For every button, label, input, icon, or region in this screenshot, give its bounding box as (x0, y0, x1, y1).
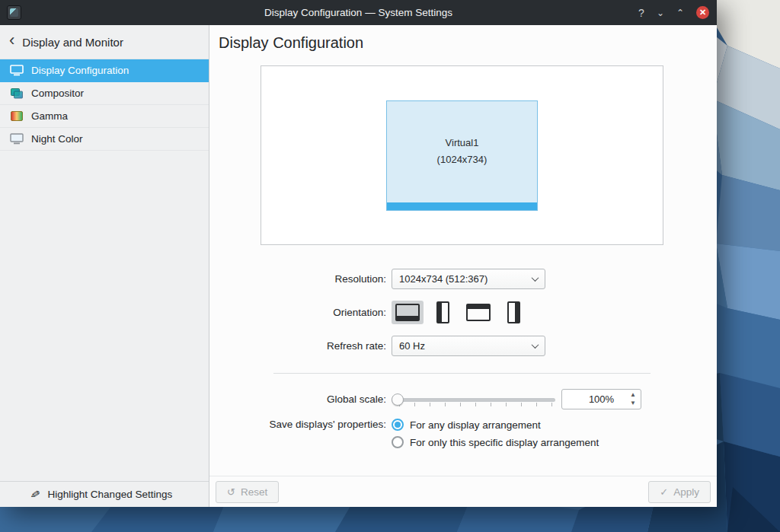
monitor-virtual1[interactable]: Virtual1 (1024x734) (386, 100, 538, 211)
form-divider (273, 373, 651, 374)
sidebar-item-label: Night Color (31, 133, 83, 145)
maximize-button[interactable]: ⌃ (676, 8, 684, 18)
spinbox-arrows: ▲ ▼ (630, 390, 636, 407)
gamma-icon (9, 110, 24, 123)
sidebar: ‹ Display and Monitor Display Configurat… (0, 25, 209, 507)
sidebar-item-gamma[interactable]: Gamma (0, 105, 209, 128)
pen-icon: ✎ (30, 487, 42, 502)
global-scale-spinbox[interactable]: 100% ▲ ▼ (561, 389, 641, 409)
radio-button-unchecked[interactable] (392, 436, 404, 448)
monitor-resolution: (1024x734) (437, 154, 488, 165)
window-title: Display Configuration — System Settings (0, 7, 717, 18)
refresh-rate-value: 60 Hz (399, 340, 425, 352)
close-icon: ✕ (699, 8, 706, 18)
orientation-label: Orientation: (209, 307, 392, 318)
save-properties-row: Save displays' properties: For any displ… (209, 419, 717, 448)
apply-icon: ✓ (660, 486, 668, 498)
action-bar: ↺ Reset ✓ Apply (209, 476, 717, 507)
spin-up-icon[interactable]: ▲ (630, 390, 636, 399)
sidebar-item-label: Display Configuration (31, 65, 129, 76)
slider-ticks (399, 403, 552, 406)
radio-button-checked[interactable] (392, 419, 404, 431)
sidebar-list: Display Configuration Compositor (0, 59, 209, 481)
main-panel: Display Configuration Virtual1 (1024x734… (209, 25, 717, 507)
global-scale-row: Global scale: 100% ▲ ▼ (209, 389, 717, 409)
night-color-icon (9, 133, 24, 145)
global-scale-slider[interactable] (392, 392, 555, 407)
window-body: ‹ Display and Monitor Display Configurat… (0, 25, 717, 507)
resolution-dropdown[interactable]: 1024x734 (512:367) (392, 269, 545, 289)
global-scale-label: Global scale: (209, 393, 392, 405)
reset-button[interactable]: ↺ Reset (216, 481, 279, 503)
landscape-flipped-monitor-icon (466, 304, 491, 321)
landscape-monitor-icon (395, 304, 420, 321)
portrait-flipped-monitor-icon (507, 301, 520, 323)
resolution-label: Resolution: (209, 273, 392, 285)
display-settings-form: Resolution: 1024x734 (512:367) Orientati… (209, 269, 717, 457)
display-arrangement-preview: Virtual1 (1024x734) (261, 65, 663, 245)
radio-specific-arrangement[interactable]: For only this specific display arrangeme… (392, 436, 599, 448)
close-button[interactable]: ✕ (696, 6, 709, 19)
refresh-rate-dropdown[interactable]: 60 Hz (392, 336, 545, 356)
monitor-name: Virtual1 (446, 137, 479, 148)
reset-label: Reset (241, 486, 267, 498)
sidebar-category-label: Display and Monitor (22, 36, 123, 49)
titlebar[interactable]: Display Configuration — System Settings … (0, 0, 717, 25)
orientation-landscape-button[interactable] (392, 301, 424, 324)
refresh-rate-row: Refresh rate: 60 Hz (209, 336, 717, 356)
portrait-monitor-icon (436, 301, 449, 323)
save-properties-options: For any display arrangement For only thi… (392, 419, 599, 448)
global-scale-value: 100% (589, 393, 614, 405)
chevron-down-icon (532, 274, 539, 282)
reset-icon: ↺ (227, 486, 235, 498)
refresh-rate-label: Refresh rate: (209, 340, 392, 352)
system-settings-window: Display Configuration — System Settings … (0, 0, 717, 507)
apply-button[interactable]: ✓ Apply (648, 481, 711, 503)
spin-down-icon[interactable]: ▼ (630, 399, 636, 407)
window-controls: ? ⌄ ⌃ ✕ (638, 0, 709, 25)
page-title: Display Configuration (209, 25, 717, 52)
highlight-changed-settings-label: Highlight Changed Settings (48, 489, 173, 500)
monitor-icon (9, 65, 24, 77)
chevron-down-icon (532, 341, 539, 349)
sidebar-item-display-configuration[interactable]: Display Configuration (0, 59, 209, 82)
back-icon: ‹ (9, 32, 14, 49)
orientation-options (392, 298, 524, 327)
slider-handle[interactable] (392, 393, 404, 406)
sidebar-item-compositor[interactable]: Compositor (0, 82, 209, 105)
help-button[interactable]: ? (638, 8, 644, 18)
back-button[interactable]: ‹ Display and Monitor (0, 25, 209, 59)
sidebar-item-label: Gamma (31, 110, 68, 122)
sidebar-item-label: Compositor (31, 88, 84, 99)
radio-any-arrangement[interactable]: For any display arrangement (392, 419, 599, 431)
radio-label: For only this specific display arrangeme… (410, 437, 599, 448)
orientation-portrait-button[interactable] (433, 298, 453, 327)
resolution-row: Resolution: 1024x734 (512:367) (209, 269, 717, 289)
minimize-button[interactable]: ⌄ (657, 8, 664, 18)
monitor-panel-bar (387, 202, 537, 210)
compositor-icon (9, 88, 24, 100)
orientation-landscape-flipped-button[interactable] (462, 301, 494, 324)
apply-label: Apply (673, 486, 699, 498)
highlight-changed-settings-button[interactable]: ✎ Highlight Changed Settings (0, 481, 209, 507)
slider-track[interactable] (392, 398, 555, 402)
orientation-row: Orientation: (209, 298, 717, 327)
radio-label: For any display arrangement (410, 419, 541, 431)
resolution-value: 1024x734 (512:367) (399, 273, 488, 285)
save-properties-label: Save displays' properties: (209, 419, 392, 430)
sidebar-item-night-color[interactable]: Night Color (0, 128, 209, 151)
orientation-portrait-flipped-button[interactable] (503, 298, 524, 327)
